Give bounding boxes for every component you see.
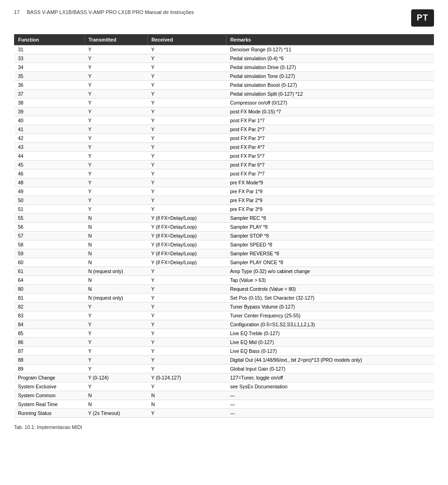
table-row: 48YYpre FX Mode*9 — [14, 178, 434, 187]
table-cell: Request Controls (Value = 80) — [226, 285, 434, 294]
table-cell: Y — [147, 63, 226, 72]
table-cell: Pedal simulation (0-4) *6 — [226, 54, 434, 63]
table-cell: Y — [84, 98, 147, 107]
table-cell: Sampler SPEED *8 — [226, 240, 434, 249]
table-cell: Y (if FX=Delay/Loop) — [147, 223, 226, 232]
table-cell: 48 — [14, 178, 85, 187]
table-cell: 84 — [14, 320, 85, 329]
table-cell: Y — [84, 107, 147, 116]
table-cell: see SysEx Documentation — [226, 382, 434, 391]
table-row: 50YYpre FX Par 2*9 — [14, 196, 434, 205]
table-row: 85YYLive EQ Treble (0-127) — [14, 329, 434, 338]
table-row: 64NYTap (Value > 63) — [14, 276, 434, 285]
table-cell: Y — [84, 356, 147, 365]
table-cell: Sampler PLAY *8 — [226, 223, 434, 232]
table-row: 82YYTuner Bypass Volume (0-127) — [14, 302, 434, 311]
table-cell: pre FX Par 1*9 — [226, 187, 434, 196]
table-cell: 59 — [14, 249, 85, 258]
table-cell: 33 — [14, 54, 85, 63]
table-cell: Y — [147, 382, 226, 391]
table-row: System CommonNN— — [14, 391, 434, 400]
table-cell: Y — [147, 285, 226, 294]
table-cell: Y — [84, 311, 147, 320]
table-cell: 42 — [14, 134, 85, 143]
table-cell: N — [84, 223, 147, 232]
table-row: 80NYRequest Controls (Value = 80) — [14, 285, 434, 294]
table-cell: Sampler STOP *8 — [226, 232, 434, 240]
table-cell: 87 — [14, 347, 85, 356]
table-cell: N — [84, 400, 147, 409]
page-header: 17 BASS V-AMP LX1B/BASS V-AMP PRO LX1B P… — [14, 9, 434, 27]
col-transmitted: Transmitted — [84, 35, 147, 45]
table-cell: Y — [84, 382, 147, 391]
table-cell: Y — [147, 134, 226, 143]
table-cell: Y — [84, 365, 147, 373]
col-received: Received — [147, 35, 226, 45]
table-cell: Y — [84, 125, 147, 134]
table-row: 42YYpost FX Par 3*7 — [14, 134, 434, 143]
language-badge: PT — [411, 9, 434, 27]
table-row: 84YYConfiguration (0-5=S1,S2,S3,L1,L2,L3… — [14, 320, 434, 329]
table-cell: Y — [147, 267, 226, 276]
table-row: 38YYCompressor on/off (0/127) — [14, 98, 434, 107]
table-cell: pre FX Mode*9 — [226, 178, 434, 187]
table-row: 87YYLive EQ Bass (0-127) — [14, 347, 434, 356]
table-cell: Y (if FX=Delay/Loop) — [147, 232, 226, 240]
table-cell: N — [84, 249, 147, 258]
table-cell: 31 — [14, 45, 85, 54]
table-cell: 81 — [14, 294, 85, 302]
table-cell: Y — [147, 81, 226, 90]
table-cell: Y — [147, 329, 226, 338]
table-row: 55NY (if FX=Delay/Loop)Sampler REC *8 — [14, 214, 434, 223]
table-cell: Y — [147, 320, 226, 329]
table-cell: Y — [84, 187, 147, 196]
table-cell: post FX Par 2*7 — [226, 125, 434, 134]
table-cell: post FX Par 6*7 — [226, 161, 434, 169]
midi-table: Function Transmitted Received Remarks 31… — [14, 34, 434, 418]
table-row: 40YYpost FX Par 1*7 — [14, 116, 434, 125]
table-cell: Y — [84, 143, 147, 152]
table-row: System ExclusiveYYsee SysEx Documentatio… — [14, 382, 434, 391]
table-cell: pre FX Par 3*9 — [226, 205, 434, 214]
table-cell: 38 — [14, 98, 85, 107]
table-cell: Y — [147, 90, 226, 98]
table-cell: System Exclusive — [14, 382, 85, 391]
table-cell: Y — [147, 54, 226, 63]
table-cell: Y — [84, 116, 147, 125]
footer-note: Tab. 10.1: Implementacao MIDI — [14, 424, 434, 430]
table-cell: Y — [147, 347, 226, 356]
table-cell: 35 — [14, 72, 85, 81]
table-row: 34YYPedal simulation Drive (0-127) — [14, 63, 434, 72]
table-cell: N — [147, 400, 226, 409]
table-cell: 127=Tuner, toggle on/off — [226, 373, 434, 382]
table-cell: Y — [147, 107, 226, 116]
table-cell: 88 — [14, 356, 85, 365]
table-cell: Y — [147, 187, 226, 196]
table-cell: Y — [147, 409, 226, 418]
table-cell: Compressor on/off (0/127) — [226, 98, 434, 107]
table-cell: Y — [84, 63, 147, 72]
table-cell: 44 — [14, 152, 85, 161]
table-cell: Sampler REVERSE *8 — [226, 249, 434, 258]
table-cell: Pedal simulation Split (0-127) *12 — [226, 90, 434, 98]
table-cell: 60 — [14, 258, 85, 267]
table-cell: Y — [147, 205, 226, 214]
table-cell: Running Status — [14, 409, 85, 418]
table-row: 43YYpost FX Par 4*7 — [14, 143, 434, 152]
table-cell: Amp Type (0-32) w/o cabinet change — [226, 267, 434, 276]
table-cell: 34 — [14, 63, 85, 72]
table-cell: 56 — [14, 223, 85, 232]
table-cell: Tuner Bypass Volume (0-127) — [226, 302, 434, 311]
table-cell: N — [84, 232, 147, 240]
table-cell: Y — [84, 90, 147, 98]
table-row: 58NY (if FX=Delay/Loop)Sampler SPEED *8 — [14, 240, 434, 249]
table-row: 37YYPedal simulation Split (0-127) *12 — [14, 90, 434, 98]
table-row: 89YYGlobal Input Gain (0-127) — [14, 365, 434, 373]
table-cell: Y — [147, 143, 226, 152]
table-cell: — — [226, 400, 434, 409]
table-cell: Y (0-124) — [84, 373, 147, 382]
table-row: 33YYPedal simulation (0-4) *6 — [14, 54, 434, 63]
table-cell: Y — [84, 338, 147, 347]
table-cell: Y — [84, 302, 147, 311]
table-cell: Y — [84, 205, 147, 214]
